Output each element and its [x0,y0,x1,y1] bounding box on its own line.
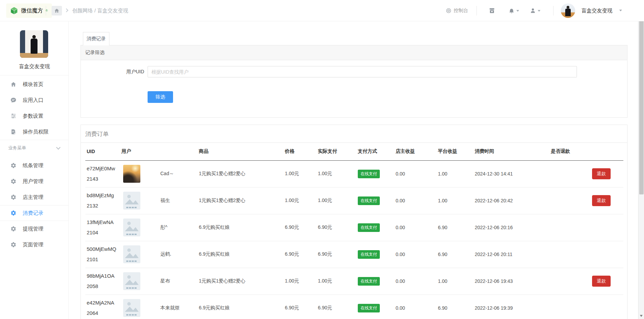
breadcrumb-home-button[interactable] [52,6,62,15]
payment-badge: 在线支付 [358,304,380,312]
owner-income: 0.00 [396,214,438,241]
user-name: 福生 [160,198,170,204]
order-paid: 1.00元 [318,160,358,187]
header-divider [553,6,554,15]
bell-icon [508,8,515,14]
breadcrumb-separator-icon [64,8,68,12]
user-avatar-placeholder [123,299,140,317]
sidebar-item-page-management[interactable]: 页面管理 [0,237,69,253]
order-paid: 6.90元 [318,295,358,319]
uid-input[interactable] [148,66,577,77]
sidebar-item-label: 操作员权限 [23,129,49,135]
owner-income: 0.00 [396,268,438,295]
account-name[interactable]: 盲盒交友变现 [581,8,612,14]
order-product: 6.9元购买红娘 [199,241,285,268]
logo-text: 微信魔方 [21,7,43,14]
col-owner-income: 店主收益 [396,143,438,160]
tune-icon [10,113,17,119]
header-divider [46,6,46,15]
chevron-down-icon [56,145,61,150]
owner-income: 0.00 [396,295,438,319]
shop-icon [489,7,495,14]
order-uid-hash: 98bMjA1OA [87,271,121,281]
order-uid-num: 2132 [87,201,121,211]
col-platform-income: 平台收益 [438,143,475,160]
notifications-button[interactable] [508,0,519,21]
col-product: 商品 [199,143,285,160]
user-avatar-placeholder [123,245,140,263]
sidebar-item-label: 店主管理 [23,194,43,201]
gear-icon [10,162,17,169]
owner-income: 0.00 [396,187,438,214]
gear-icon [10,178,17,184]
order-paid: 6.90元 [318,214,358,241]
console-target-icon [446,8,452,14]
sidebar-section-business-menu[interactable]: 业务菜单 [0,140,69,156]
order-uid-num: 2101 [87,254,121,265]
platform-income: 1.00 [438,187,475,214]
sidebar-item-app-entry[interactable]: 应用入口 [0,92,69,108]
home-icon [10,81,17,87]
sidebar-item-parameters[interactable]: 参数设置 [0,108,69,124]
refund-button[interactable]: 退款 [592,276,611,287]
order-uid-num: 2058 [87,281,121,291]
col-pay-method: 支付方式 [358,143,396,160]
order-time: 2022-12-06 20:42 [475,187,551,214]
sidebar-item-label: 应用入口 [23,97,43,104]
user-menu-button[interactable] [530,0,540,21]
filter-submit-button[interactable]: 筛选 [148,91,173,103]
platform-income: 6.90 [438,241,475,268]
sidebar-item-label: 用户管理 [23,178,43,185]
shop-button[interactable] [489,0,495,21]
refund-button[interactable]: 退款 [592,195,611,206]
sidebar-item-label: 模块首页 [23,81,43,88]
sidebar-item-module-home[interactable]: 模块首页 [0,76,69,92]
order-price: 6.90元 [285,214,318,241]
header-divider [476,6,477,15]
user-name: Cad～ [160,171,174,177]
app-logo[interactable]: 微信魔方® [6,3,52,18]
sidebar-item-label: 提现管理 [23,226,43,232]
console-link[interactable]: 控制台 [446,0,468,21]
scroll-down-arrow[interactable] [640,315,643,317]
col-time: 消费时间 [475,143,551,160]
account-chevron-down-icon[interactable] [619,10,622,11]
sidebar-item-shopowner-management[interactable]: 店主管理 [0,189,69,205]
sidebar-item-label: 页面管理 [23,242,43,248]
breadcrumb: 创颜网络 / 盲盒交友变现 [72,8,128,14]
payment-badge: 在线支付 [358,170,380,178]
owner-income: 0.00 [396,241,438,268]
order-price: 1.00元 [285,187,318,214]
filter-panel: 记录筛选 用户UID 筛选 [80,45,627,118]
tab-consumption-records[interactable]: 消费记录 [83,32,109,45]
table-row: 500MjEwMQ 2101 远鹤. 6.9元购买红娘 6.90元 6.90元 … [85,241,623,268]
order-uid-num: 2064 [87,308,121,318]
user-name: 彤^ [160,224,168,231]
sidebar-item-label: 参数设置 [23,113,43,119]
table-row: 98bMjA1OA 2058 星布 1元购买1爱心赠2爱心 1.00元 1.00… [85,268,623,295]
col-user: 用户 [121,143,199,160]
user-name: 远鹤. [160,251,171,257]
sidebar-item-notes-management[interactable]: 纸条管理 [0,158,69,173]
order-time: 2022-12-06 19:43 [475,268,551,295]
sidebar-item-withdrawal-management[interactable]: 提现管理 [0,221,69,237]
order-time: 2022-12-06 19:39 [475,295,551,319]
account-avatar[interactable] [561,3,575,18]
home-icon [54,8,60,13]
sidebar-item-operator-permissions[interactable]: 操作员权限 [0,124,69,140]
page-scrollbar[interactable] [638,0,644,319]
payment-badge: 在线支付 [358,223,380,232]
scrollbar-thumb[interactable] [639,8,644,194]
payment-badge: 在线支付 [358,196,380,205]
order-uid-num: 2104 [87,227,121,238]
refund-button[interactable]: 退款 [592,168,611,179]
col-actual-paid: 实际支付 [318,143,358,160]
sidebar-item-consumption-records[interactable]: 消费记录 [0,205,69,221]
col-refund: 是否退款 [551,143,623,160]
platform-income: 6.90 [438,295,475,319]
table-row: e72MjE0Mw 2143 Cad～ 1元购买1爱心赠2爱心 1.00元 1.… [85,160,623,187]
platform-income: 6.90 [438,214,475,241]
user-name: 本来就烦 [160,305,180,311]
platform-income: 1.00 [438,160,475,187]
sidebar-item-user-management[interactable]: 用户管理 [0,173,69,189]
